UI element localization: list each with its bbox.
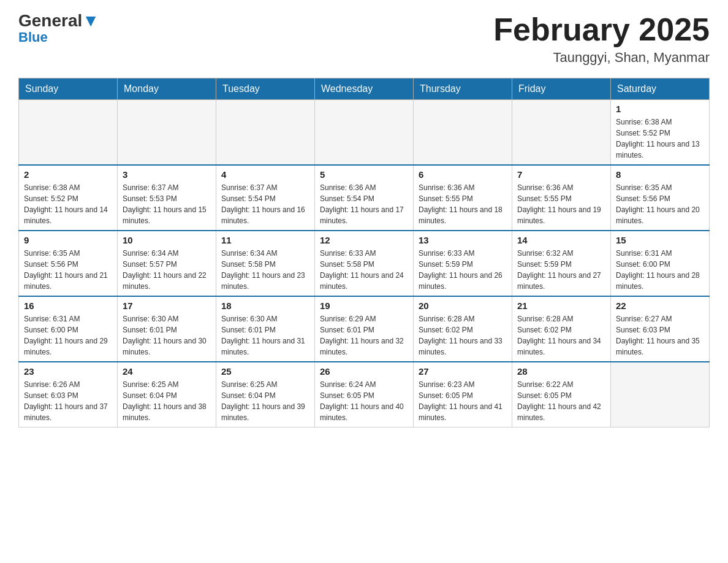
day-number: 19 [320, 301, 408, 311]
table-row: 21Sunrise: 6:28 AMSunset: 6:02 PMDayligh… [512, 296, 611, 362]
day-number: 11 [221, 235, 309, 245]
day-info: Sunrise: 6:28 AMSunset: 6:02 PMDaylight:… [419, 313, 507, 358]
table-row: 28Sunrise: 6:22 AMSunset: 6:05 PMDayligh… [512, 362, 611, 427]
col-thursday: Thursday [414, 79, 512, 100]
day-info: Sunrise: 6:28 AMSunset: 6:02 PMDaylight:… [517, 313, 605, 358]
day-info: Sunrise: 6:31 AMSunset: 6:00 PMDaylight:… [24, 313, 112, 358]
table-row [118, 100, 216, 166]
day-info: Sunrise: 6:31 AMSunset: 6:00 PMDaylight:… [616, 248, 704, 292]
day-info: Sunrise: 6:36 AMSunset: 5:55 PMDaylight:… [517, 182, 605, 226]
day-number: 5 [320, 169, 408, 180]
day-number: 10 [123, 235, 211, 245]
day-info: Sunrise: 6:30 AMSunset: 6:01 PMDaylight:… [221, 313, 309, 358]
day-info: Sunrise: 6:27 AMSunset: 6:03 PMDaylight:… [616, 313, 704, 358]
day-number: 18 [221, 301, 309, 311]
day-number: 13 [419, 235, 507, 245]
day-number: 23 [24, 366, 112, 377]
table-row: 12Sunrise: 6:33 AMSunset: 5:58 PMDayligh… [315, 231, 414, 296]
day-info: Sunrise: 6:25 AMSunset: 6:04 PMDaylight:… [123, 379, 211, 423]
calendar-header-row: Sunday Monday Tuesday Wednesday Thursday… [19, 79, 710, 100]
col-sunday: Sunday [19, 79, 118, 100]
day-number: 28 [517, 366, 605, 377]
col-tuesday: Tuesday [216, 79, 315, 100]
day-info: Sunrise: 6:25 AMSunset: 6:04 PMDaylight:… [221, 379, 309, 423]
day-number: 17 [123, 301, 211, 311]
logo-general-text: General▼ [18, 12, 99, 29]
logo-blue-text: Blue [18, 31, 48, 44]
day-info: Sunrise: 6:33 AMSunset: 5:59 PMDaylight:… [419, 248, 507, 292]
table-row: 26Sunrise: 6:24 AMSunset: 6:05 PMDayligh… [315, 362, 414, 427]
table-row: 18Sunrise: 6:30 AMSunset: 6:01 PMDayligh… [216, 296, 315, 362]
day-number: 7 [517, 169, 605, 180]
location-title: Taunggyi, Shan, Myanmar [493, 50, 710, 66]
table-row: 15Sunrise: 6:31 AMSunset: 6:00 PMDayligh… [611, 231, 710, 296]
title-block: February 2025 Taunggyi, Shan, Myanmar [493, 12, 710, 66]
day-info: Sunrise: 6:35 AMSunset: 5:56 PMDaylight:… [616, 182, 704, 226]
col-wednesday: Wednesday [315, 79, 414, 100]
day-number: 25 [221, 366, 309, 377]
table-row [512, 100, 611, 166]
day-info: Sunrise: 6:37 AMSunset: 5:53 PMDaylight:… [123, 182, 211, 226]
table-row: 2Sunrise: 6:38 AMSunset: 5:52 PMDaylight… [19, 165, 118, 231]
day-number: 4 [221, 169, 309, 180]
day-number: 22 [616, 301, 704, 311]
day-number: 3 [123, 169, 211, 180]
table-row [611, 362, 710, 427]
logo-triangle-icon: ▼ [82, 11, 99, 30]
table-row [19, 100, 118, 166]
table-row: 17Sunrise: 6:30 AMSunset: 6:01 PMDayligh… [118, 296, 216, 362]
table-row: 20Sunrise: 6:28 AMSunset: 6:02 PMDayligh… [414, 296, 512, 362]
col-saturday: Saturday [611, 79, 710, 100]
day-info: Sunrise: 6:32 AMSunset: 5:59 PMDaylight:… [517, 248, 605, 292]
day-info: Sunrise: 6:29 AMSunset: 6:01 PMDaylight:… [320, 313, 408, 358]
day-info: Sunrise: 6:37 AMSunset: 5:54 PMDaylight:… [221, 182, 309, 226]
logo: General▼ Blue [18, 12, 99, 44]
day-info: Sunrise: 6:34 AMSunset: 5:58 PMDaylight:… [221, 248, 309, 292]
table-row: 6Sunrise: 6:36 AMSunset: 5:55 PMDaylight… [414, 165, 512, 231]
table-row: 10Sunrise: 6:34 AMSunset: 5:57 PMDayligh… [118, 231, 216, 296]
calendar-week-row: 1Sunrise: 6:38 AMSunset: 5:52 PMDaylight… [19, 100, 710, 166]
table-row: 25Sunrise: 6:25 AMSunset: 6:04 PMDayligh… [216, 362, 315, 427]
table-row: 19Sunrise: 6:29 AMSunset: 6:01 PMDayligh… [315, 296, 414, 362]
day-info: Sunrise: 6:36 AMSunset: 5:54 PMDaylight:… [320, 182, 408, 226]
day-number: 6 [419, 169, 507, 180]
day-info: Sunrise: 6:23 AMSunset: 6:05 PMDaylight:… [419, 379, 507, 423]
calendar-week-row: 2Sunrise: 6:38 AMSunset: 5:52 PMDaylight… [19, 165, 710, 231]
day-info: Sunrise: 6:38 AMSunset: 5:52 PMDaylight:… [24, 182, 112, 226]
day-info: Sunrise: 6:22 AMSunset: 6:05 PMDaylight:… [517, 379, 605, 423]
table-row: 5Sunrise: 6:36 AMSunset: 5:54 PMDaylight… [315, 165, 414, 231]
day-number: 1 [616, 104, 704, 114]
month-title: February 2025 [493, 12, 710, 47]
day-number: 15 [616, 235, 704, 245]
table-row: 22Sunrise: 6:27 AMSunset: 6:03 PMDayligh… [611, 296, 710, 362]
calendar-week-row: 23Sunrise: 6:26 AMSunset: 6:03 PMDayligh… [19, 362, 710, 427]
table-row: 13Sunrise: 6:33 AMSunset: 5:59 PMDayligh… [414, 231, 512, 296]
day-number: 8 [616, 169, 704, 180]
table-row: 14Sunrise: 6:32 AMSunset: 5:59 PMDayligh… [512, 231, 611, 296]
page-header: General▼ Blue February 2025 Taunggyi, Sh… [18, 12, 710, 66]
col-monday: Monday [118, 79, 216, 100]
table-row: 7Sunrise: 6:36 AMSunset: 5:55 PMDaylight… [512, 165, 611, 231]
calendar-week-row: 9Sunrise: 6:35 AMSunset: 5:56 PMDaylight… [19, 231, 710, 296]
table-row [414, 100, 512, 166]
table-row: 9Sunrise: 6:35 AMSunset: 5:56 PMDaylight… [19, 231, 118, 296]
table-row [216, 100, 315, 166]
table-row [315, 100, 414, 166]
table-row: 3Sunrise: 6:37 AMSunset: 5:53 PMDaylight… [118, 165, 216, 231]
day-number: 27 [419, 366, 507, 377]
table-row: 11Sunrise: 6:34 AMSunset: 5:58 PMDayligh… [216, 231, 315, 296]
table-row: 4Sunrise: 6:37 AMSunset: 5:54 PMDaylight… [216, 165, 315, 231]
day-number: 12 [320, 235, 408, 245]
day-number: 16 [24, 301, 112, 311]
day-info: Sunrise: 6:33 AMSunset: 5:58 PMDaylight:… [320, 248, 408, 292]
day-number: 20 [419, 301, 507, 311]
calendar-week-row: 16Sunrise: 6:31 AMSunset: 6:00 PMDayligh… [19, 296, 710, 362]
day-info: Sunrise: 6:35 AMSunset: 5:56 PMDaylight:… [24, 248, 112, 292]
table-row: 24Sunrise: 6:25 AMSunset: 6:04 PMDayligh… [118, 362, 216, 427]
day-info: Sunrise: 6:24 AMSunset: 6:05 PMDaylight:… [320, 379, 408, 423]
day-number: 2 [24, 169, 112, 180]
table-row: 8Sunrise: 6:35 AMSunset: 5:56 PMDaylight… [611, 165, 710, 231]
day-number: 14 [517, 235, 605, 245]
day-info: Sunrise: 6:36 AMSunset: 5:55 PMDaylight:… [419, 182, 507, 226]
table-row: 1Sunrise: 6:38 AMSunset: 5:52 PMDaylight… [611, 100, 710, 166]
